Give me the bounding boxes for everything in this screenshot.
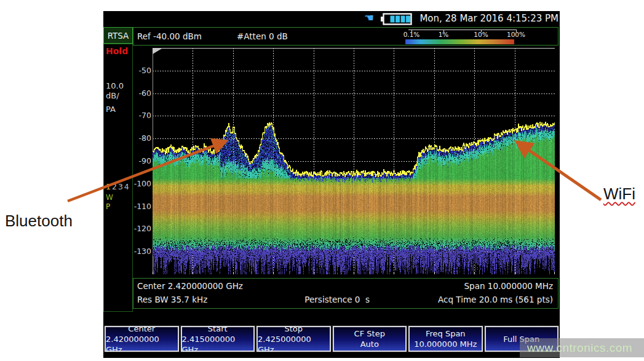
measurement-annotation-bar: Center 2.420000000 GHz Span 10.000000 MH…: [133, 278, 559, 309]
hold-indicator: Hold: [106, 46, 128, 56]
center-freq-readout: Center 2.420000000 GHz: [137, 281, 243, 291]
preamp-indicator: PA: [106, 105, 116, 114]
softkey-label: Start: [208, 323, 228, 334]
attenuation-readout: #Atten 0 dB: [237, 31, 288, 41]
left-sidebar: Hold 10.0 dB/ PA 1234 W P: [103, 44, 133, 312]
y-axis-label: -60: [132, 89, 151, 98]
trace-write-indicator: W: [106, 193, 113, 202]
density-scale-tick: [516, 30, 517, 32]
watermark: www.cntronics.com: [520, 338, 644, 357]
softkey-stop[interactable]: Stop2.425000000 GHz: [256, 326, 331, 352]
persistence-spectrum-plot: [153, 48, 555, 274]
touch-pointer-icon: ☚: [364, 12, 374, 24]
softkey-value: 2.425000000 GHz: [258, 334, 330, 355]
span-readout: Span 10.000000 MHz: [464, 281, 553, 291]
wifi-callout-label: WiFi: [603, 184, 635, 204]
softkey-freq-span[interactable]: Freq Span10.000000 MHz: [408, 326, 483, 352]
density-scale-tick: [411, 30, 412, 32]
softkey-value: 2.415000000 GHz: [182, 334, 254, 355]
density-color-gradient: [405, 39, 514, 44]
density-scale-tick: [481, 30, 482, 32]
softkey-label: Freq Span: [426, 328, 466, 339]
page: ☚ Mon, 28 Mar 2016 4:15:23 PM RTSA Ref -…: [0, 0, 644, 361]
scale-per-div-unit: dB/: [106, 91, 119, 100]
trace-numbers: 1234: [106, 182, 130, 191]
y-axis-label: -100: [132, 179, 151, 188]
watermark-text: www.cntronics.com: [520, 341, 632, 355]
softkey-label: Center: [128, 323, 155, 334]
softkey-value: Auto: [360, 339, 379, 349]
res-bw-readout: Res BW 35.7 kHz: [137, 295, 207, 304]
softkey-label: CF Step: [354, 328, 385, 339]
softkey-cf-step[interactable]: CF StepAuto: [333, 326, 407, 352]
density-scale-ruler: [408, 30, 516, 30]
y-axis-label: -110: [132, 202, 151, 211]
softkey-value: 2.420000000 GHz: [106, 334, 178, 355]
bluetooth-callout-label: Bluetooth: [5, 212, 73, 231]
persistence-readout: Persistence 0 s: [304, 295, 370, 304]
ref-level-readout: Ref -40.00 dBm: [137, 31, 202, 41]
status-bar: ☚ Mon, 28 Mar 2016 4:15:23 PM: [103, 11, 560, 27]
y-axis-label: -90: [132, 156, 151, 165]
scale-per-div-value: 10.0: [106, 81, 124, 90]
trace-numbers-rest: 234: [112, 182, 130, 191]
mode-badge-rtsa: RTSA: [103, 27, 133, 44]
analyzer-screen: ☚ Mon, 28 Mar 2016 4:15:23 PM RTSA Ref -…: [103, 11, 560, 358]
trace-number-active: 1: [106, 182, 112, 191]
density-scale-tick: [443, 30, 444, 32]
softkey-start[interactable]: Start2.415000000 GHz: [181, 326, 255, 352]
acq-time-readout: Acq Time 20.0 ms (561 pts): [438, 295, 553, 304]
softkey-center[interactable]: Center2.420000000 GHz: [105, 326, 179, 352]
y-axis-label: -80: [132, 133, 151, 143]
softkey-value: 10.000000 MHz: [414, 339, 477, 349]
datetime-display: Mon, 28 Mar 2016 4:15:23 PM: [419, 13, 559, 24]
settings-bar: Ref -40.00 dBm #Atten 0 dB 0.1%1%10%100%: [133, 27, 559, 46]
softkey-label: Stop: [284, 323, 303, 334]
softkey-row: Center2.420000000 GHzStart2.415000000 GH…: [105, 326, 559, 352]
y-axis-label: -50: [132, 66, 151, 75]
y-axis-label: -130: [132, 247, 151, 256]
y-axis-label: -120: [132, 224, 151, 233]
battery-icon: [380, 13, 412, 25]
y-axis-label: -70: [132, 111, 151, 120]
trace-persist-indicator: P: [106, 202, 110, 211]
